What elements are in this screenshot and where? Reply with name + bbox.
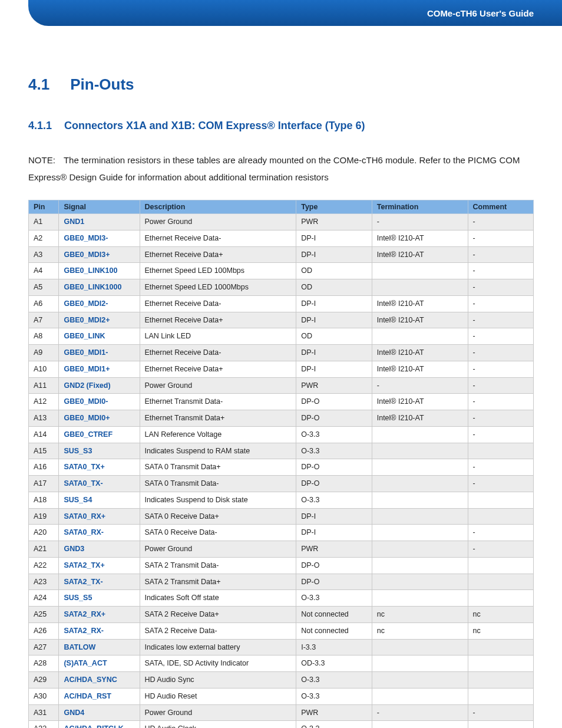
td-type: DP-I [296, 361, 372, 377]
table-row: A12GBE0_MDI0-Ethernet Transmit Data-DP-O… [29, 394, 534, 410]
table-row: A20SATA0_RX-SATA 0 Receive Data-DP-I- [29, 525, 534, 541]
td-termination: Intel® I210-AT [372, 312, 468, 328]
td-signal: GBE0_MDI2- [59, 295, 140, 312]
td-type: DP-I [296, 295, 372, 312]
td-pin: A17 [29, 476, 59, 492]
td-pin: A6 [29, 295, 59, 312]
td-termination: - [372, 214, 468, 230]
td-type: Not connected [296, 607, 372, 623]
table-row: A4GBE0_LINK100Ethernet Speed LED 100Mbps… [29, 263, 534, 279]
td-comment [468, 557, 533, 574]
td-pin: A8 [29, 328, 59, 345]
td-type: DP-I [296, 525, 372, 541]
td-pin: A14 [29, 426, 59, 443]
td-termination: Intel® I210-AT [372, 394, 468, 410]
td-description: Ethernet Receive Data- [140, 295, 296, 312]
note-paragraph: NOTE: The termination resistors in these… [28, 152, 534, 186]
td-description: Power Ground [140, 541, 296, 558]
td-pin: A4 [29, 263, 59, 279]
table-row: A27BATLOWIndicates low external batteryI… [29, 639, 534, 655]
subsection-heading: 4.1.1 Connectors X1A and X1B: COM Expres… [28, 120, 534, 132]
table-row: A17SATA0_TX-SATA 0 Transmit Data-DP-O- [29, 476, 534, 492]
td-signal: SATA0_RX- [59, 525, 140, 541]
table-row: A14GBE0_CTREFLAN Reference VoltageO-3.3- [29, 426, 534, 443]
td-description: Indicates Suspend to Disk state [140, 492, 296, 508]
table-row: A7GBE0_MDI2+Ethernet Receive Data+DP-IIn… [29, 312, 534, 328]
td-termination [372, 328, 468, 345]
td-termination [372, 557, 468, 574]
td-description: Power Ground [140, 214, 296, 230]
td-pin: A3 [29, 246, 59, 263]
table-row: A23SATA2_TX-SATA 2 Transmit Data+DP-O [29, 574, 534, 590]
td-description: HD Audio Reset [140, 688, 296, 704]
td-termination [372, 721, 468, 728]
th-type: Type [296, 200, 372, 214]
td-pin: A32 [29, 721, 59, 728]
td-description: SATA, IDE, SD Activity Indicator [140, 655, 296, 672]
td-description: Ethernet Receive Data+ [140, 312, 296, 328]
td-termination [372, 525, 468, 541]
td-comment: - [468, 345, 533, 361]
td-type: O-3.3 [296, 426, 372, 443]
table-row: A24SUS_S5Indicates Soft Off stateO-3.3 [29, 590, 534, 607]
td-signal: GBE0_CTREF [59, 426, 140, 443]
td-termination: Intel® I210-AT [372, 230, 468, 246]
td-termination: Intel® I210-AT [372, 295, 468, 312]
section-heading: 4.1 Pin-Outs [28, 75, 534, 94]
td-type: O-3.3 [296, 721, 372, 728]
td-comment [468, 688, 533, 704]
td-description: Ethernet Receive Data+ [140, 361, 296, 377]
td-type: DP-O [296, 410, 372, 427]
table-row: A21GND3Power GroundPWR- [29, 541, 534, 558]
td-signal: SATA2_RX+ [59, 607, 140, 623]
td-type: DP-O [296, 476, 372, 492]
td-comment: - [468, 328, 533, 345]
table-row: A10GBE0_MDI1+Ethernet Receive Data+DP-II… [29, 361, 534, 377]
td-termination [372, 492, 468, 508]
note-label: NOTE: [28, 152, 61, 169]
section-number: 4.1 [28, 75, 66, 94]
table-row: A31GND4Power GroundPWR-- [29, 704, 534, 721]
td-type: O-3.3 [296, 590, 372, 607]
td-termination: - [372, 377, 468, 394]
td-pin: A18 [29, 492, 59, 508]
td-comment [468, 721, 533, 728]
td-comment: - [468, 476, 533, 492]
td-termination [372, 263, 468, 279]
subsection-number: 4.1.1 [28, 120, 61, 132]
td-signal: SUS_S3 [59, 443, 140, 459]
td-termination [372, 688, 468, 704]
td-comment: - [468, 361, 533, 377]
td-description: SATA 2 Receive Data- [140, 622, 296, 639]
td-pin: A9 [29, 345, 59, 361]
td-comment: - [468, 263, 533, 279]
table-row: A18SUS_S4Indicates Suspend to Disk state… [29, 492, 534, 508]
td-type: DP-O [296, 394, 372, 410]
td-description: Ethernet Transmit Data+ [140, 410, 296, 427]
table-header-row: Pin Signal Description Type Termination … [29, 200, 534, 214]
pin-table: Pin Signal Description Type Termination … [28, 200, 534, 728]
table-row: A19SATA0_RX+SATA 0 Receive Data+DP-I [29, 508, 534, 525]
td-comment: - [468, 295, 533, 312]
td-comment: - [468, 459, 533, 476]
td-pin: A27 [29, 639, 59, 655]
td-pin: A1 [29, 214, 59, 230]
td-signal: GBE0_MDI3+ [59, 246, 140, 263]
td-signal: GBE0_MDI1- [59, 345, 140, 361]
td-pin: A21 [29, 541, 59, 558]
table-row: A25SATA2_RX+SATA 2 Receive Data+Not conn… [29, 607, 534, 623]
td-comment [468, 590, 533, 607]
td-signal: SATA0_TX- [59, 476, 140, 492]
td-description: SATA 2 Receive Data+ [140, 607, 296, 623]
td-pin: A10 [29, 361, 59, 377]
td-type: O-3.3 [296, 492, 372, 508]
td-comment [468, 508, 533, 525]
table-row: A26SATA2_RX-SATA 2 Receive Data-Not conn… [29, 622, 534, 639]
table-row: A30AC/HDA_RSTHD Audio ResetO-3.3 [29, 688, 534, 704]
td-type: O-3.3 [296, 688, 372, 704]
td-comment: - [468, 279, 533, 296]
td-comment: - [468, 704, 533, 721]
th-pin: Pin [29, 200, 59, 214]
td-pin: A13 [29, 410, 59, 427]
td-signal: GND3 [59, 541, 140, 558]
